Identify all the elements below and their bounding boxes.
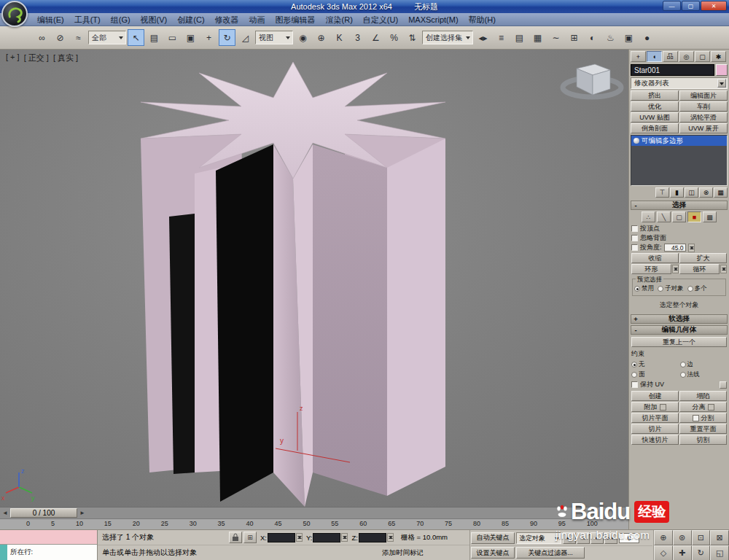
menu-tools[interactable]: 工具(T) [69,13,106,26]
edge-subobject-icon[interactable]: ╲ [657,211,671,222]
modifier-stack[interactable]: 可编辑多边形 [631,135,728,186]
preview-subobject-radio[interactable]: 子对象 [658,284,684,293]
modifier-edit-patch-button[interactable]: 编辑面片 [679,90,728,101]
constraint-edge-radio[interactable]: 边 [680,360,728,369]
mirror-button[interactable]: ◂▸ [475,29,491,46]
x-coordinate-field[interactable] [268,533,295,542]
orthographic-viewport[interactable]: y z x y z [0,50,628,507]
select-object-button[interactable]: ↖ [128,29,144,46]
angle-snap-button[interactable]: ∠ [367,29,384,46]
pin-stack-button[interactable]: ⊤ [655,187,669,198]
polygon-subobject-icon[interactable]: ■ [687,211,701,222]
select-and-link-button[interactable]: ∞ [34,29,50,46]
menu-group[interactable]: 组(G) [106,13,136,26]
time-slider[interactable]: ◄ 0 / 100 ► [0,507,628,518]
z-coordinate-field[interactable] [359,533,386,542]
edit-geometry-rollout-header[interactable]: - 编辑几何体 [631,325,728,335]
preserve-uv-settings-button[interactable] [720,381,727,389]
zoom-all-button[interactable]: ⊛ [673,530,692,545]
viewport-shading-menu[interactable]: [ 真实 ] [53,52,78,63]
select-and-manipulate-button[interactable]: ⊕ [313,29,330,46]
maximize-viewport-button[interactable]: ◱ [710,545,729,560]
constraint-normal-radio[interactable]: 法线 [680,370,728,379]
percent-snap-button[interactable]: % [386,29,402,46]
constraint-none-radio[interactable]: 无 [631,360,679,369]
z-spinner[interactable] [387,533,394,542]
orbit-button[interactable]: ↻ [692,545,711,560]
ignore-backfacing-checkbox[interactable]: 忽略背面 [631,233,727,243]
selection-filter-dropdown[interactable]: 全部 [88,31,126,44]
x-spinner[interactable] [296,533,303,542]
loop-button[interactable]: 循环 [679,264,720,274]
slice-plane-button[interactable]: 切片平面 [631,413,679,423]
select-and-rotate-button[interactable]: ↻ [219,29,235,46]
unlink-selection-button[interactable]: ⊘ [52,29,69,46]
by-angle-checkbox[interactable]: 按角度: 45.0 [631,243,727,252]
display-tab[interactable]: ▢ [695,51,710,62]
repeat-last-button[interactable]: 重复上一个 [631,337,727,347]
pan-button[interactable]: ✚ [673,545,692,560]
key-filters-button[interactable]: 关键点过滤器... [516,547,585,559]
border-subobject-icon[interactable]: ▢ [672,211,686,222]
cut-button[interactable]: 切割 [679,435,727,445]
play-button[interactable]: ► [590,532,604,544]
set-key-button[interactable]: 设置关键点 [471,547,515,559]
mini-listener-tab[interactable] [0,545,7,560]
object-name-field[interactable]: Star001 [631,64,714,76]
snap-toggle-3d-button[interactable]: 3 [349,29,366,46]
zoom-button[interactable]: ⊕ [654,530,673,545]
go-to-start-button[interactable]: ◄◄ [563,532,576,544]
reference-coordinate-dropdown[interactable]: 视图 [255,31,293,44]
selection-lock-button[interactable] [229,532,242,543]
viewport-pov-menu[interactable]: [ 正交 ] [24,52,49,63]
grow-button[interactable]: 扩大 [679,253,727,263]
modifier-turbosmooth-button[interactable]: 涡轮平滑 [679,112,728,122]
macro-recorder-pane[interactable] [0,530,97,545]
configure-modifier-sets-button[interactable]: ▦ [714,187,728,198]
bind-to-space-warp-button[interactable]: ≈ [70,29,87,46]
select-and-scale-button[interactable]: ◿ [237,29,254,46]
rendered-frame-window-button[interactable]: ▣ [620,29,637,46]
zoom-extents-button[interactable]: ⊡ [692,530,711,545]
shrink-button[interactable]: 收缩 [631,253,679,263]
angle-value-field[interactable]: 45.0 [664,244,686,252]
menu-animation[interactable]: 动画 [244,13,270,26]
show-end-result-button[interactable]: ▮ [670,187,684,198]
collapse-button[interactable]: 塌陷 [679,391,727,401]
y-coordinate-field[interactable] [313,533,340,542]
close-button[interactable]: ✕ [701,1,727,11]
current-frame-field[interactable]: 0 [619,533,639,543]
maximize-button[interactable]: ▢ [682,1,700,11]
menu-rendering[interactable]: 渲染(R) [321,13,358,26]
modifier-unwrap-uvw-button[interactable]: UVW 展开 [679,123,728,133]
modifier-uvw-map-button[interactable]: UVW 贴图 [631,112,679,122]
auto-key-button[interactable]: 自动关键点 [471,532,515,544]
render-setup-button[interactable]: ♨ [602,29,619,46]
add-time-tag-button[interactable]: 添加时间标记 [382,548,469,558]
viewport-canvas[interactable]: y z x y z [0,50,628,507]
rectangular-selection-region-button[interactable]: ▭ [164,29,181,46]
by-vertex-checkbox[interactable]: 按顶点 [631,224,727,233]
modifier-extrude-button[interactable]: 挤出 [631,90,679,101]
previous-frame-arrow[interactable]: ◄ [0,510,10,516]
utilities-tab[interactable]: ✱ [711,51,726,62]
select-and-move-button[interactable]: + [200,29,217,46]
ring-button[interactable]: 环形 [631,264,671,274]
menu-maxscript[interactable]: MAXScript(M) [403,13,463,26]
absolute-offset-toggle[interactable]: ⊞ [243,532,257,543]
menu-views[interactable]: 视图(V) [136,13,173,26]
split-checkbox[interactable]: 分割 [679,413,727,423]
remove-modifier-button[interactable]: ⊗ [699,187,713,198]
select-by-name-button[interactable]: ▤ [146,29,163,46]
menu-modifiers[interactable]: 修改器 [210,13,244,26]
minimize-button[interactable]: — [663,1,681,11]
preserve-uvs-checkbox[interactable]: 保持 UV [631,380,727,389]
detach-button[interactable]: 分离 [679,402,727,412]
soft-selection-rollout-header[interactable]: + 软选择 [631,314,728,324]
menu-graph-editors[interactable]: 图形编辑器 [270,13,321,26]
selection-rollout-header[interactable]: - 选择 [631,201,728,210]
modifier-optimize-button[interactable]: 优化 [631,101,679,112]
attach-button[interactable]: 附加 [631,402,679,412]
vertex-subobject-icon[interactable]: ∴ [642,211,655,222]
menu-edit[interactable]: 编辑(E) [32,13,69,26]
